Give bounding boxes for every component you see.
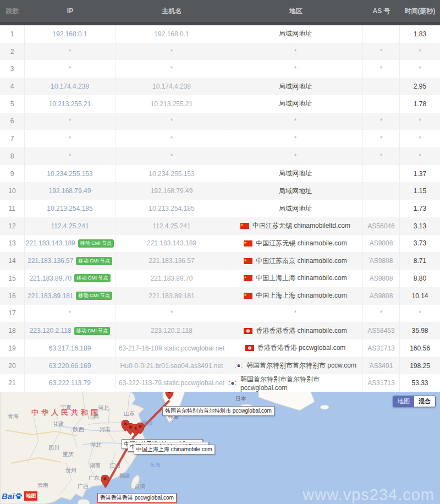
table-row: 1110.213.254.18510.213.254.185局域网地址1.73 bbox=[0, 200, 440, 217]
region-text: 局域网地址 bbox=[279, 82, 312, 91]
map-place-label: 东海 bbox=[150, 461, 161, 469]
ip-link[interactable]: 10.213.255.21 bbox=[49, 100, 91, 108]
map-place-label: 山西 bbox=[88, 413, 99, 421]
asn-text: * bbox=[380, 48, 383, 56]
asn-text: AS3491 bbox=[370, 362, 393, 370]
ip-cell: 10.213.254.185 bbox=[25, 200, 116, 217]
time-cell: 8.80 bbox=[400, 270, 440, 287]
asn-cell: AS31713 bbox=[363, 374, 400, 392]
hostname-cell: * bbox=[116, 43, 228, 61]
header-hostname: 主机名 bbox=[116, 7, 228, 16]
hostname-text: * bbox=[170, 309, 173, 317]
ip-cell: 223.120.2.118移动 CMI 节点 bbox=[25, 322, 116, 339]
header-ip: IP bbox=[25, 7, 116, 15]
hostname-text: 192.168.79.49 bbox=[151, 187, 193, 195]
hk-flag-icon bbox=[245, 345, 254, 351]
hop-number: 11 bbox=[9, 205, 15, 212]
region-text: 中国上海上海 chinamobile.com bbox=[256, 291, 346, 300]
latency-value: 1.73 bbox=[414, 205, 426, 212]
ip-link[interactable]: 10.213.254.185 bbox=[47, 205, 92, 212]
cn-flag-icon bbox=[244, 275, 252, 281]
ip-link[interactable]: 10.174.4.238 bbox=[51, 83, 89, 90]
asn-cell: AS9808 bbox=[363, 287, 400, 305]
header-asn: AS 号 bbox=[363, 7, 400, 16]
hop-number: 10 bbox=[8, 187, 15, 195]
ip-link[interactable]: 221.183.143.189 bbox=[26, 239, 75, 247]
ip-link[interactable]: 223.120.2.118 bbox=[30, 327, 72, 335]
baidu-logo[interactable]: Bai 地图 bbox=[2, 491, 37, 501]
hop-number: 20 bbox=[8, 362, 15, 370]
ip-link[interactable]: 63.220.66.169 bbox=[49, 362, 91, 370]
time-cell: 1.73 bbox=[400, 200, 440, 217]
region-cell: * bbox=[228, 60, 363, 78]
ip-link[interactable]: 192.168.0.1 bbox=[52, 30, 87, 38]
hostname-cell: 221.183.89.70 bbox=[116, 270, 228, 287]
ip-link: * bbox=[69, 152, 72, 160]
region-cell: 中国上海上海 chinamobile.com bbox=[228, 287, 363, 305]
asn-text: AS9808 bbox=[370, 239, 393, 247]
hostname-cell: 192.168.79.49 bbox=[116, 182, 228, 200]
ip-link[interactable]: 221.183.136.57 bbox=[28, 257, 73, 265]
hostname-text: Hu0-0-0-21.br01.seo04.as3491.net bbox=[120, 362, 223, 370]
time-cell: * bbox=[400, 43, 440, 61]
hop-number: 13 bbox=[8, 239, 15, 247]
region-cell: 中国江苏无锡 chinamobile.com bbox=[228, 235, 363, 253]
map-marker-pin[interactable] bbox=[166, 392, 174, 402]
ip-link[interactable]: 221.183.89.181 bbox=[28, 292, 73, 300]
hop-cell: 3 bbox=[0, 60, 25, 78]
hostname-text: 63-217-16-189.static.pccwglobal.net bbox=[119, 344, 225, 352]
hostname-text: 221.183.89.70 bbox=[151, 275, 193, 282]
cn-flag-icon bbox=[240, 223, 249, 229]
header-region: 地区 bbox=[228, 7, 363, 16]
asn-text: AS56046 bbox=[367, 222, 394, 230]
map-type-hybrid-button[interactable]: 混合 bbox=[414, 396, 435, 407]
hop-cell: 6 bbox=[0, 113, 25, 130]
region-text: 香港香港香港 pccwglobal.com bbox=[257, 343, 346, 353]
map-marker-pin[interactable] bbox=[101, 475, 109, 489]
ip-link[interactable]: 112.4.25.241 bbox=[51, 222, 89, 230]
region-text: 韩国首尔特别市首尔特别市 pccw.com bbox=[246, 361, 356, 370]
region-text: * bbox=[294, 309, 297, 317]
ip-cell: * bbox=[25, 43, 116, 61]
hop-number: 8 bbox=[10, 152, 14, 160]
region-text: 中国上海上海 chinamobile.com bbox=[256, 273, 346, 283]
map-type-map-button[interactable]: 地图 bbox=[393, 396, 414, 407]
hostname-text: 63-222-113-79.static.pccwglobal.net bbox=[119, 379, 224, 387]
ip-link[interactable]: 63.222.113.79 bbox=[49, 379, 91, 387]
map-place-label: 广东 bbox=[89, 474, 100, 482]
table-row: 13221.183.143.189移动 CMI 节点221.183.143.18… bbox=[0, 235, 440, 253]
japan-island bbox=[320, 405, 329, 409]
latency-value: * bbox=[419, 152, 421, 160]
hostname-cell: 221.183.89.181 bbox=[116, 287, 228, 305]
map-place-label: 陕西 bbox=[73, 426, 84, 434]
map-place-label: 宁夏 bbox=[61, 404, 72, 412]
time-cell: * bbox=[400, 60, 440, 78]
asn-text: * bbox=[380, 117, 383, 125]
hostname-cell: 221.183.143.189 bbox=[116, 235, 228, 253]
ip-link: * bbox=[69, 65, 72, 73]
hop-number: 6 bbox=[10, 117, 14, 125]
asn-cell: * bbox=[363, 147, 400, 165]
ip-link[interactable]: 221.183.89.70 bbox=[29, 275, 72, 282]
hop-cell: 11 bbox=[0, 200, 25, 217]
time-cell: 8.71 bbox=[400, 252, 440, 270]
map-marker-pin[interactable] bbox=[136, 423, 145, 436]
ip-link[interactable]: 10.234.255.153 bbox=[47, 170, 92, 178]
ip-link[interactable]: 192.168.79.49 bbox=[49, 187, 91, 195]
kr-flag-icon bbox=[228, 380, 237, 386]
time-cell: 53.33 bbox=[400, 374, 440, 392]
hostname-cell: * bbox=[116, 130, 228, 147]
asn-cell: * bbox=[363, 305, 400, 322]
table-row: 18223.120.2.118移动 CMI 节点223.120.2.118香港香… bbox=[0, 322, 440, 339]
latency-value: 8.71 bbox=[414, 257, 426, 265]
ip-link[interactable]: 63.217.16.189 bbox=[49, 344, 91, 352]
hostname-cell: 10.234.255.153 bbox=[116, 165, 228, 183]
baidu-map-panel[interactable]: 中华人民共和国青海甘肃宁夏陕西山西河北山东河南湖北四川重庆贵州湖南江西云南广西广… bbox=[0, 392, 440, 504]
hostname-text: 221.183.89.181 bbox=[148, 292, 194, 300]
hostname-text: 223.120.2.118 bbox=[151, 327, 193, 335]
asn-cell bbox=[363, 25, 400, 43]
table-row: 17***** bbox=[0, 305, 440, 322]
traceroute-table: 跳数 IP 主机名 地区 AS 号 时间(毫秒) 1192.168.0.1192… bbox=[0, 0, 440, 392]
asn-cell: * bbox=[363, 130, 400, 147]
region-text: 局域网地址 bbox=[279, 187, 312, 196]
